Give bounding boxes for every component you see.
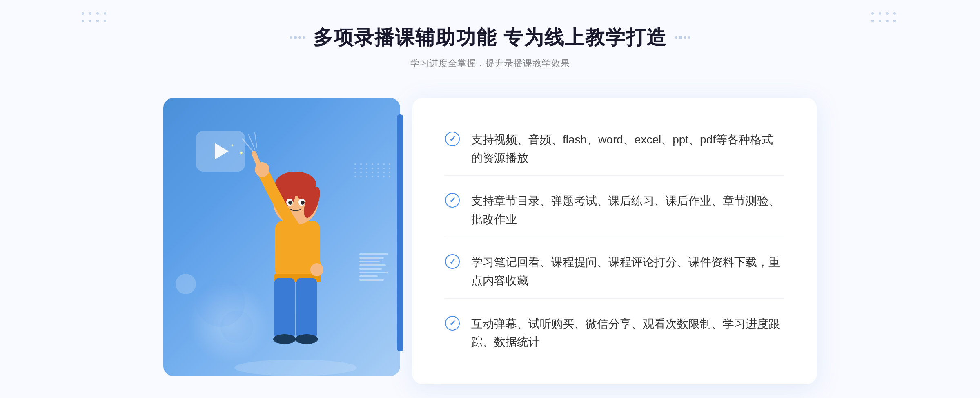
accent-bar	[397, 114, 403, 351]
main-title: 多项录播课辅助功能 专为线上教学打造	[313, 25, 666, 51]
feature-text-4: 互动弹幕、试听购买、微信分享、观看次数限制、学习进度跟踪、数据统计	[471, 315, 784, 352]
svg-point-0	[234, 360, 357, 376]
feature-text-2: 支持章节目录、弹题考试、课后练习、课后作业、章节测验、批改作业	[471, 192, 784, 229]
svg-point-16	[301, 201, 305, 205]
feature-item-2: ✓ 支持章节目录、弹题考试、课后练习、课后作业、章节测验、批改作业	[445, 184, 784, 237]
small-circle-decoration	[176, 274, 196, 294]
svg-point-6	[295, 334, 318, 344]
deco-dots-left	[290, 36, 305, 39]
deco-dots-right	[675, 36, 690, 39]
svg-point-19	[310, 263, 323, 276]
svg-text:✦: ✦	[238, 150, 244, 157]
svg-line-18	[254, 153, 258, 163]
page-wrapper: 多项录播课辅助功能 专为线上教学打造 学习进度全掌握，提升录播课教学效果 »	[0, 0, 980, 398]
check-icon-1: ✓	[445, 132, 460, 146]
feature-text-1: 支持视频、音频、flash、word、excel、ppt、pdf等各种格式的资源…	[471, 131, 784, 168]
feature-text-3: 学习笔记回看、课程提问、课程评论打分、课件资料下载，重点内容收藏	[471, 253, 784, 290]
dots-decoration-right	[871, 12, 898, 25]
svg-rect-4	[296, 278, 317, 339]
check-icon-3: ✓	[445, 254, 460, 269]
features-panel: ✓ 支持视频、音频、flash、word、excel、ppt、pdf等各种格式的…	[412, 98, 817, 384]
header-decoration: 多项录播课辅助功能 专为线上教学打造	[290, 25, 690, 51]
illustration-card: ✦ ✦	[163, 98, 400, 376]
svg-rect-3	[274, 278, 295, 339]
header-section: 多项录播课辅助功能 专为线上教学打造 学习进度全掌握，提升录播课教学效果	[290, 25, 690, 69]
check-icon-2: ✓	[445, 193, 460, 208]
content-area: »	[163, 90, 817, 384]
dots-decoration-left	[82, 12, 109, 25]
person-illustration: ✦ ✦	[226, 131, 365, 376]
feature-item-3: ✓ 学习笔记回看、课程提问、课程评论打分、课件资料下载，重点内容收藏	[445, 245, 784, 299]
feature-item-4: ✓ 互动弹幕、试听购买、微信分享、观看次数限制、学习进度跟踪、数据统计	[445, 307, 784, 360]
subtitle: 学习进度全掌握，提升录播课教学效果	[290, 57, 690, 69]
svg-point-15	[288, 201, 292, 205]
svg-line-22	[255, 133, 257, 147]
check-icon-4: ✓	[445, 316, 460, 331]
svg-point-5	[273, 334, 296, 344]
feature-item-1: ✓ 支持视频、音频、flash、word、excel、ppt、pdf等各种格式的…	[445, 123, 784, 176]
svg-text:✦: ✦	[230, 143, 234, 148]
